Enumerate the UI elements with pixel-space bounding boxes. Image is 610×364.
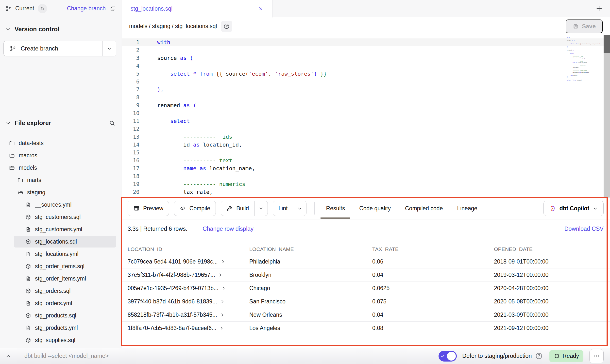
wrench-icon (226, 205, 233, 212)
tab-lineage[interactable]: Lineage (457, 198, 477, 219)
save-label: Save (582, 23, 596, 30)
code-line-11[interactable]: 11 select (122, 117, 610, 125)
preview-button[interactable]: Preview (128, 201, 169, 216)
file-item-stg_locations.sql[interactable]: stg_locations.sql (0, 235, 121, 248)
table-row[interactable]: 1f8ffa70-7cb5-4d83-8a7f-9aceef6...Los An… (122, 322, 610, 335)
expand-chevron-icon[interactable] (219, 326, 224, 331)
cell-location-name: Philadelphia (243, 258, 366, 265)
tab-compiled-code[interactable]: Compiled code (405, 198, 443, 219)
code-line-19[interactable]: 19 ---------- numerics (122, 180, 610, 188)
code-line-3[interactable]: 3source as ( (122, 54, 610, 62)
file-item-stg_orders.yml[interactable]: stg_orders.yml (0, 297, 121, 309)
compile-button[interactable]: Compile (174, 201, 216, 216)
table-row[interactable]: 005e7e1c-1935-4269-b479-0713b...Chicago0… (122, 282, 610, 295)
file-item-staging[interactable]: staging (0, 186, 121, 199)
file-item-stg_order_items.yml[interactable]: stg_order_items.yml (0, 272, 121, 285)
dbt-copilot-button[interactable]: dbt Copilot (543, 201, 604, 216)
file-item-stg_supplies.sql[interactable]: stg_supplies.sql (0, 334, 121, 346)
code-line-18[interactable]: 18 (122, 172, 610, 180)
create-branch-main[interactable]: Create branch (4, 41, 102, 56)
version-control-header[interactable]: Version control (5, 26, 121, 33)
code-line-7[interactable]: 7), (122, 86, 610, 94)
code-line-13[interactable]: 13 ---------- ids (122, 133, 610, 141)
code-line-12[interactable]: 12 (122, 125, 610, 133)
table-row[interactable]: 37e5f311-b7f4-4f2f-988b-719657...Brookly… (122, 268, 610, 282)
code-line-9[interactable]: 9renamed as ( (122, 101, 610, 109)
file-item-models[interactable]: models (0, 162, 121, 174)
model-icon (25, 214, 31, 220)
code-line-17[interactable]: 17 name as location_name, (122, 165, 610, 172)
tab-stg-locations[interactable]: stg_locations.sql (122, 0, 272, 17)
expand-chevron-icon[interactable] (221, 259, 225, 264)
code-line-20[interactable]: 20 tax_rate, (122, 188, 610, 196)
change-row-display-link[interactable]: Change row display (203, 226, 254, 232)
build-main[interactable]: Build (221, 201, 254, 216)
file-item-label: staging (27, 189, 45, 196)
copy-icon[interactable] (110, 5, 116, 12)
more-options-button[interactable] (589, 349, 604, 363)
cell-tax-rate: 0.075 (366, 298, 488, 305)
expand-chevron-icon[interactable] (220, 313, 225, 317)
expand-chevron-icon[interactable] (220, 299, 225, 304)
build-dropdown-chevron[interactable] (254, 201, 268, 216)
branch-lock-badge (38, 4, 47, 13)
file-item-stg_customers.yml[interactable]: stg_customers.yml (0, 223, 121, 235)
table-row[interactable]: 3977f440-b87d-461b-9dd6-81839...San Fran… (122, 295, 610, 308)
expand-chevron-icon[interactable] (218, 273, 223, 277)
file-item-label: __sources.yml (35, 201, 71, 208)
editor-minimap[interactable]: withsource as ( select * from {{ source(… (567, 37, 600, 81)
command-input[interactable]: dbt build --select <model_name> (24, 353, 109, 359)
close-icon[interactable] (258, 6, 263, 12)
results-table: LOCATION_ID LOCATION_NAME TAX_RATE OPENE… (122, 243, 610, 335)
lineage-compass-icon[interactable] (221, 21, 232, 32)
file-item-label: macros (19, 152, 37, 159)
save-button[interactable]: Save (566, 19, 603, 33)
file-item-stg_order_items.sql[interactable]: stg_order_items.sql (0, 260, 121, 272)
file-item-data-tests[interactable]: data-tests (0, 137, 121, 149)
help-icon[interactable] (535, 352, 543, 360)
create-branch-dropdown[interactable] (102, 41, 116, 56)
scrollbar-thumb[interactable] (604, 35, 610, 53)
code-line-4[interactable]: 4 (122, 62, 610, 70)
tab-results[interactable]: Results (326, 198, 345, 219)
file-item-label: stg_customers.sql (35, 214, 81, 220)
model-icon (25, 288, 31, 294)
code-line-10[interactable]: 10 (122, 109, 610, 117)
code-line-1[interactable]: 1with (122, 38, 610, 46)
code-line-2[interactable]: 2 (122, 46, 610, 54)
tab-code-quality[interactable]: Code quality (359, 198, 391, 219)
file-item-stg_customers.sql[interactable]: stg_customers.sql (0, 211, 121, 223)
cell-location-id: 7c079cea-5ed4-4101-906e-9198c... (128, 258, 218, 265)
file-item-stg_products.yml[interactable]: stg_products.yml (0, 322, 121, 334)
code-line-6[interactable]: 6 (122, 78, 610, 86)
file-item-stg_products.sql[interactable]: stg_products.sql (0, 309, 121, 322)
status-badge[interactable]: Ready (549, 350, 583, 362)
expand-chevron-icon[interactable] (221, 286, 226, 291)
search-icon[interactable] (109, 120, 115, 126)
code-line-8[interactable]: 8 (122, 94, 610, 101)
code-line-14[interactable]: 14 id as location_id, (122, 141, 610, 149)
lint-dropdown-chevron[interactable] (293, 201, 306, 216)
cell-location-id: 858218fb-73f7-4b1b-a31f-57b345... (128, 312, 217, 318)
file-explorer-header[interactable]: File explorer (5, 119, 115, 127)
table-row[interactable]: 7c079cea-5ed4-4101-906e-9198c...Philadel… (122, 255, 610, 268)
file-item-marts[interactable]: marts (0, 174, 121, 186)
chevron-up-icon[interactable] (5, 353, 12, 360)
defer-toggle[interactable] (439, 351, 457, 362)
file-item-__sources.yml[interactable]: __sources.yml (0, 199, 121, 211)
table-row[interactable]: 858218fb-73f7-4b1b-a31f-57b345...New Orl… (122, 308, 610, 322)
download-csv-link[interactable]: Download CSV (564, 226, 604, 232)
file-item-macros[interactable]: macros (0, 149, 121, 162)
lint-main[interactable]: Lint (273, 201, 293, 216)
change-branch-link[interactable]: Change branch (67, 5, 106, 12)
lint-button: Lint (273, 201, 306, 216)
branch-bar: Current Change branch (0, 0, 121, 17)
code-line-5[interactable]: 5 select * from {{ source('ecom', 'raw_s… (122, 70, 610, 78)
new-tab-plus-icon[interactable] (595, 5, 603, 13)
file-item-stg_orders.sql[interactable]: stg_orders.sql (0, 285, 121, 297)
code-line-15[interactable]: 15 (122, 149, 610, 157)
code-line-16[interactable]: 16 ---------- text (122, 157, 610, 165)
code-editor[interactable]: 1with23source as (45 select * from {{ so… (122, 35, 610, 198)
editor-scrollbar[interactable] (604, 35, 610, 198)
file-item-stg_locations.yml[interactable]: stg_locations.yml (0, 248, 121, 260)
